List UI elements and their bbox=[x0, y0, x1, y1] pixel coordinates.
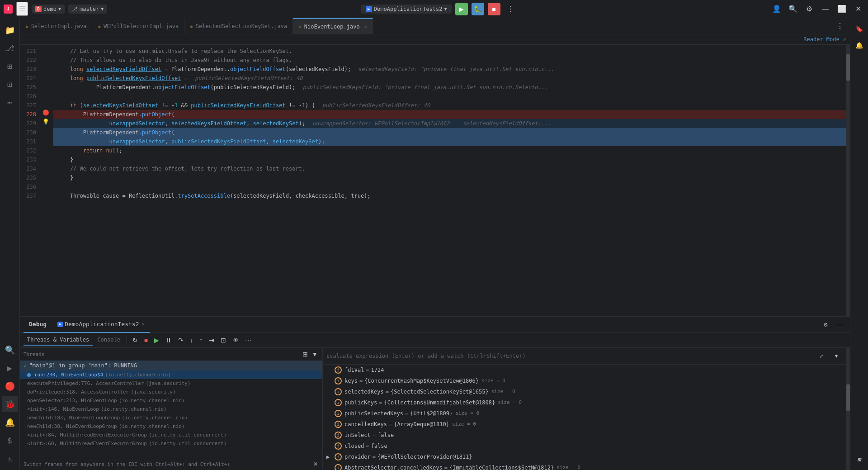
frame-item-8[interactable]: <init>:84, MultithreadEventExecutorGroup… bbox=[20, 431, 322, 439]
debug-button[interactable]: 🐛 bbox=[472, 3, 484, 15]
run-config-icon: ▶ bbox=[366, 6, 372, 12]
debug-watch-button[interactable]: 👁 bbox=[230, 335, 241, 346]
tab-selected-keyset[interactable]: ☕ SelectedSelectionKeySet.java bbox=[184, 18, 293, 34]
activity-vcs[interactable]: ⎇ bbox=[2, 40, 18, 56]
frame-item-7[interactable]: newChild:38, NioEventLoopGroup (io.netty… bbox=[20, 422, 322, 431]
debug-run-config-tab[interactable]: ▶ DemoApplicationTests2 ✕ bbox=[52, 317, 150, 333]
var-meta-abstract: size = 0 bbox=[557, 463, 580, 470]
activity-structure[interactable]: ⊞ bbox=[2, 58, 18, 74]
debug-more-button[interactable]: ⋯ bbox=[242, 335, 254, 346]
var-eq-abstract: = bbox=[444, 463, 448, 470]
debug-step-over-button[interactable]: ↷ bbox=[175, 335, 186, 346]
thread-item-main[interactable]: ✓ "main"@1 in group "main": RUNNING bbox=[20, 361, 322, 370]
frame-pkg-3: (java.security) bbox=[131, 389, 175, 395]
stop-button[interactable]: ■ bbox=[488, 3, 500, 15]
activity-debug-breakpoints[interactable]: 🔴 bbox=[2, 378, 18, 394]
debug-resume-button[interactable]: ▶ bbox=[151, 335, 162, 346]
code-line-233: } bbox=[53, 155, 846, 164]
activity-file-tree[interactable]: 📁 bbox=[2, 22, 18, 38]
debug-reload-button[interactable]: ↻ bbox=[130, 335, 141, 346]
tab-label: SelectorImpl.java bbox=[31, 23, 87, 29]
tab-threads-variables[interactable]: Threads & Variables bbox=[24, 335, 93, 346]
debug-evaluate-button[interactable]: ⊡ bbox=[218, 335, 229, 346]
line-num-225: 225 bbox=[20, 83, 39, 92]
debug-pause-button[interactable]: ⏸ bbox=[163, 335, 175, 346]
frame-pkg-2: (java.security) bbox=[146, 380, 190, 386]
more-actions-button[interactable]: ⋮ bbox=[504, 3, 517, 15]
right-icon-notifications[interactable]: 🔔 bbox=[852, 38, 867, 52]
hamburger-menu[interactable]: ☰ bbox=[16, 2, 28, 16]
var-icon-closed: i bbox=[335, 442, 342, 450]
activity-notifications[interactable]: 🔔 bbox=[2, 414, 18, 430]
activity-more[interactable]: ⋯ bbox=[2, 94, 18, 110]
frame-item-6[interactable]: newChild:183, NioEventLoopGroup (io.nett… bbox=[20, 413, 322, 422]
frame-item-9[interactable]: <init>:60, MultithreadEventExecutorGroup… bbox=[20, 439, 322, 448]
debug-tab-label[interactable]: Debug bbox=[24, 317, 52, 333]
variables-scrollbar[interactable] bbox=[846, 348, 850, 470]
right-icon-m[interactable]: m bbox=[852, 452, 867, 466]
tab-close-button[interactable]: ✕ bbox=[364, 24, 367, 29]
code-editor: 221 222 223 224 225 226 227 228 229 230 … bbox=[20, 45, 850, 316]
gutter-230 bbox=[42, 126, 53, 135]
right-icon-bookmark[interactable]: 🔖 bbox=[852, 22, 867, 36]
evaluate-dropdown-button[interactable]: ▼ bbox=[830, 350, 843, 362]
frame-method-7: newChild:38, NioEventLoopGroup bbox=[27, 423, 117, 429]
activity-bar: 📁 ⎇ ⊞ ⊡ ⋯ 🔍 ▶ 🔴 🐞 🔔 $ ⚠ bbox=[0, 18, 20, 470]
footer-close-button[interactable]: ✕ bbox=[312, 460, 319, 468]
frame-item-5[interactable]: <init>:146, NioEventLoop (io.netty.chann… bbox=[20, 405, 322, 413]
code-line-227: if (selectedKeysFieldOffset != -1 && pub… bbox=[53, 101, 846, 110]
run-button[interactable]: ▶ bbox=[455, 3, 468, 15]
run-configuration[interactable]: ▶ DemoApplicationTests2 ▼ bbox=[361, 5, 452, 14]
editor-area: ☕ SelectorImpl.java ☕ WEPollSelectorImpl… bbox=[20, 18, 850, 470]
project-selector[interactable]: D demo ▼ bbox=[32, 5, 65, 14]
tab-java-icon-2: ☕ bbox=[98, 23, 101, 29]
gutter-228-breakpoint[interactable]: 🔴 bbox=[42, 108, 53, 117]
thread-more-button[interactable]: ▼ bbox=[311, 350, 319, 359]
var-icon-provider: i bbox=[335, 453, 342, 461]
activity-search[interactable]: 🔍 bbox=[2, 342, 18, 358]
debug-step-out-button[interactable]: ↑ bbox=[197, 335, 205, 346]
profile-button[interactable]: 👤 bbox=[770, 3, 783, 15]
code-line-221: // Let us try to use sun.misc.Unsafe to … bbox=[53, 47, 846, 56]
frame-item-2[interactable]: executePrivileged:776, AccessController … bbox=[20, 379, 322, 388]
minimize-button[interactable]: — bbox=[819, 3, 832, 15]
tab-nioeventloop[interactable]: ☕ NioEventLoop.java ✕ bbox=[293, 18, 373, 34]
top-bar-center: ▶ DemoApplicationTests2 ▼ ▶ 🐛 ■ ⋮ bbox=[107, 3, 770, 15]
frame-item-3[interactable]: doPrivileged:318, AccessController (java… bbox=[20, 388, 322, 396]
editor-scrollbar[interactable] bbox=[846, 45, 850, 316]
gutter-229-warning: 💡 bbox=[42, 117, 53, 126]
thread-check-icon: ✓ bbox=[24, 363, 27, 369]
close-button[interactable]: ✕ bbox=[852, 3, 864, 15]
maximize-button[interactable]: ⬜ bbox=[835, 3, 848, 15]
activity-debug[interactable]: 🐞 bbox=[2, 396, 18, 412]
frame-item-4[interactable]: openSelector:213, NioEventLoop (io.netty… bbox=[20, 396, 322, 405]
activity-plugins[interactable]: ⊡ bbox=[2, 76, 18, 92]
activity-bottom[interactable]: ⚠ bbox=[2, 450, 18, 466]
activity-run[interactable]: ▶ bbox=[2, 360, 18, 376]
gutter-224 bbox=[42, 72, 53, 81]
debug-settings-button[interactable]: ⚙ bbox=[819, 318, 832, 331]
gutter-226 bbox=[42, 90, 53, 99]
debug-run-to-cursor-button[interactable]: ⇥ bbox=[206, 335, 217, 346]
tab-selector-impl[interactable]: ☕ SelectorImpl.java bbox=[20, 18, 92, 34]
debug-minimize-button[interactable]: — bbox=[834, 318, 846, 331]
warning-icon: 💡 bbox=[42, 119, 49, 125]
search-button[interactable]: 🔍 bbox=[787, 3, 799, 15]
tab-wepolls[interactable]: ☕ WEPollSelectorImpl.java bbox=[92, 18, 184, 34]
var-expand-provider[interactable]: ▶ bbox=[326, 452, 334, 461]
var-value-fd1val: 1724 bbox=[371, 366, 384, 375]
filter-button[interactable]: ⊞ bbox=[302, 350, 309, 359]
evaluate-expand-button[interactable]: ⤢ bbox=[815, 350, 827, 362]
debug-step-into-button[interactable]: ↓ bbox=[187, 335, 196, 346]
debug-tab-close[interactable]: ✕ bbox=[142, 322, 145, 327]
tab-console[interactable]: Console bbox=[94, 335, 124, 346]
frame-item-1[interactable]: run:230, NioEventLoop$4 (io.netty.channe… bbox=[20, 370, 322, 379]
var-meta-publickeys: size = 0 bbox=[498, 398, 522, 407]
var-item-publicselectedkeys: i publicSelectedKeys = {Util$2@1809} siz… bbox=[323, 408, 846, 419]
debug-stop-button[interactable]: ■ bbox=[142, 335, 151, 346]
branch-selector[interactable]: ⎇ master ▼ bbox=[68, 5, 107, 14]
tab-more-button[interactable]: ⋮ bbox=[834, 20, 846, 33]
activity-terminal[interactable]: $ bbox=[2, 432, 18, 448]
settings-button[interactable]: ⚙ bbox=[803, 3, 816, 15]
project-icon: D bbox=[35, 6, 42, 12]
